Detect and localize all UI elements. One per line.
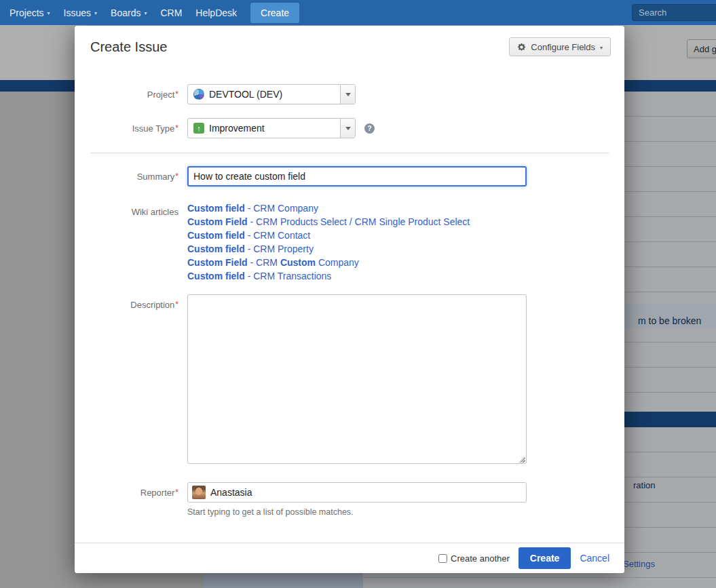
dialog-title: Create Issue (90, 39, 167, 55)
nav-item-projects[interactable]: Projects▾ (3, 0, 57, 25)
project-select-value: DEVTOOL (DEV) (209, 89, 282, 100)
summary-label: Summary* (75, 172, 178, 182)
nav-item-label: HelpDesk (195, 7, 237, 18)
issue-type-select-value: Improvement (209, 123, 265, 134)
nav-item-label: Issues (64, 7, 91, 18)
reporter-label: Reporter* (75, 488, 178, 498)
chevron-down-icon: ▾ (94, 10, 97, 16)
section-divider (90, 153, 609, 153)
create-another-label: Create another (451, 553, 510, 564)
summary-field-row: Summary* (75, 165, 527, 187)
description-field-row: Description* (75, 294, 527, 467)
issue-type-select[interactable]: ↑ Improvement (187, 118, 356, 138)
issue-type-label: Issue Type* (75, 123, 178, 134)
summary-input[interactable] (187, 166, 527, 187)
nav-search-input[interactable] (632, 4, 716, 21)
issue-type-select-value-wrap: ↑ Improvement (188, 119, 340, 138)
project-field-row: Project* DEVTOOL (DEV) (75, 84, 356, 104)
description-label: Description* (75, 294, 178, 310)
nav-item-crm[interactable]: CRM (153, 0, 189, 25)
wiki-article-link[interactable]: Custom field - CRM Contact (187, 229, 470, 242)
wiki-article-link[interactable]: Custom Field - CRM Custom Company (187, 256, 470, 269)
reporter-input[interactable]: Anastasia (187, 482, 527, 503)
chevron-down-icon: ▾ (144, 10, 147, 16)
wiki-article-link[interactable]: Custom field - CRM Transactions (187, 269, 470, 283)
configure-fields-label: Configure Fields (531, 42, 595, 52)
project-label: Project* (75, 90, 178, 100)
project-select-value-wrap: DEVTOOL (DEV) (188, 85, 340, 104)
required-marker: * (175, 300, 178, 309)
issue-type-select-dropdown-button[interactable] (340, 119, 355, 138)
top-nav: Projects▾Issues▾Boards▾CRMHelpDesk Creat… (0, 0, 716, 25)
create-another-checkbox[interactable] (438, 554, 447, 563)
create-another-option[interactable]: Create another (438, 553, 510, 564)
reporter-field-row: Reporter* Anastasia (75, 482, 527, 503)
create-issue-dialog: Create Issue Configure Fields ▾ Project*… (75, 26, 624, 573)
improvement-type-icon: ↑ (193, 123, 204, 134)
required-marker: * (175, 172, 178, 181)
required-marker: * (175, 123, 178, 133)
dropdown-arrow-icon (345, 93, 351, 96)
project-select-dropdown-button[interactable] (340, 85, 355, 104)
gear-icon (517, 43, 526, 52)
reporter-hint: Start typing to get a list of possible m… (187, 507, 354, 517)
reporter-value: Anastasia (210, 487, 252, 498)
required-marker: * (175, 488, 178, 497)
description-textarea[interactable] (187, 294, 527, 464)
nav-item-label: Boards (111, 7, 140, 18)
nav-item-boards[interactable]: Boards▾ (104, 0, 153, 25)
wiki-article-link[interactable]: Custom field - CRM Company (187, 201, 470, 215)
nav-item-label: CRM (160, 7, 182, 18)
project-avatar-icon (193, 89, 204, 100)
reporter-avatar (192, 486, 206, 499)
dropdown-arrow-icon (345, 127, 351, 130)
nav-item-issues[interactable]: Issues▾ (57, 0, 104, 25)
required-marker: * (175, 90, 178, 99)
description-wrap (187, 294, 527, 467)
cancel-link[interactable]: Cancel (580, 553, 609, 564)
dialog-footer: Create another Create Cancel (75, 543, 624, 573)
chevron-down-icon: ▾ (600, 45, 603, 51)
nav-create-button[interactable]: Create (250, 3, 299, 23)
project-select[interactable]: DEVTOOL (DEV) (187, 84, 356, 104)
nav-item-label: Projects (10, 7, 44, 18)
wiki-article-link[interactable]: Custom Field - CRM Products Select / CRM… (187, 215, 470, 229)
nav-item-helpdesk[interactable]: HelpDesk (189, 0, 244, 25)
wiki-articles-label: Wiki articles (75, 201, 178, 217)
help-icon[interactable]: ? (364, 123, 375, 134)
wiki-articles-row: Wiki articles Custom field - CRM Company… (75, 201, 470, 283)
wiki-article-link[interactable]: Custom field - CRM Property (187, 242, 470, 256)
wiki-links: Custom field - CRM CompanyCustom Field -… (187, 201, 470, 283)
chevron-down-icon: ▾ (48, 10, 50, 16)
screen: Projects▾Issues▾Boards▾CRMHelpDesk Creat… (0, 0, 716, 588)
issue-type-field-row: Issue Type* ↑ Improvement ? (75, 118, 375, 138)
configure-fields-button[interactable]: Configure Fields ▾ (509, 37, 611, 56)
create-button[interactable]: Create (519, 547, 571, 569)
nav-items: Projects▾Issues▾Boards▾CRMHelpDesk (3, 0, 244, 25)
